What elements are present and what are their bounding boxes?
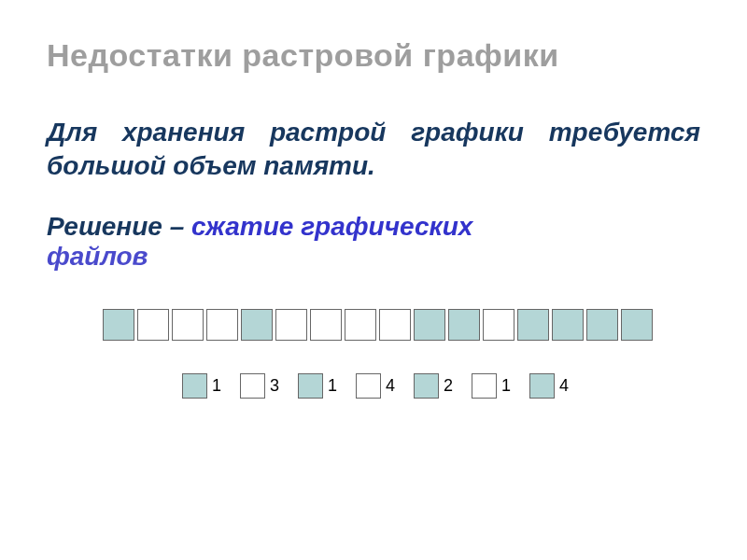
pixel-cell <box>103 309 134 341</box>
pixel-cell <box>172 309 204 341</box>
rle-box <box>356 373 381 399</box>
rle-count: 4 <box>559 376 569 396</box>
pixel-cell <box>241 309 273 341</box>
pixel-cell <box>483 309 514 341</box>
rle-encoding-row: 1314214 <box>182 373 700 399</box>
solution-highlight-2: файлов <box>47 242 148 271</box>
pixel-cell <box>586 309 618 341</box>
rle-box <box>529 373 555 399</box>
slide-title: Недостатки растровой графики <box>47 37 700 74</box>
pixel-row <box>103 309 700 341</box>
rle-count: 1 <box>328 376 337 396</box>
pixel-cell <box>275 309 307 341</box>
pixel-cell <box>448 309 480 341</box>
pixel-cell <box>414 309 445 341</box>
pixel-cell <box>621 309 653 341</box>
body-paragraph: Для хранения растрой графики требуется б… <box>47 116 700 184</box>
pixel-cell <box>379 309 411 341</box>
solution-highlight: сжатие графических <box>191 212 472 241</box>
rle-count: 1 <box>212 376 221 396</box>
pixel-cell <box>310 309 342 341</box>
solution-line: Решение – сжатие графическихфайлов <box>47 212 700 272</box>
rle-box <box>298 373 323 399</box>
pixel-cell <box>137 309 169 341</box>
solution-prefix: Решение – <box>47 212 191 241</box>
pixel-cell <box>517 309 549 341</box>
rle-count: 4 <box>386 376 395 396</box>
rle-box <box>414 373 439 399</box>
rle-box <box>240 373 265 399</box>
pixel-cell <box>552 309 584 341</box>
pixel-cell <box>206 309 238 341</box>
rle-count: 1 <box>501 376 511 396</box>
rle-box <box>472 373 497 399</box>
rle-count: 2 <box>444 376 453 396</box>
rle-count: 3 <box>270 376 279 396</box>
pixel-cell <box>345 309 376 341</box>
rle-box <box>182 373 207 399</box>
